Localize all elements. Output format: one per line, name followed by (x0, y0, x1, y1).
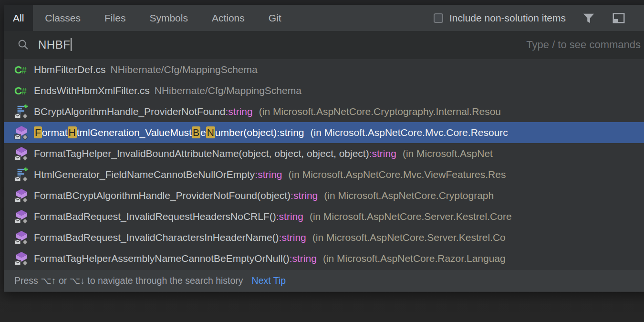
resource-method-icon (14, 230, 29, 245)
resource-method-icon (14, 251, 29, 266)
tab-all[interactable]: All (4, 5, 33, 31)
result-row[interactable]: FormatTagHelperAssemblyNameCannotBeEmpty… (4, 248, 644, 269)
tab-git[interactable]: Git (257, 5, 293, 31)
search-everywhere-popup: AllClassesFilesSymbolsActionsGit Include… (4, 5, 644, 292)
result-text: FormatBCryptAlgorithmHandle_ProviderNotF… (34, 190, 494, 201)
results-list: HbmFilterDef.csNHibernate/Cfg/MappingSch… (4, 59, 644, 269)
text-caret (71, 38, 72, 51)
resource-method-icon (14, 125, 29, 140)
filter-icon[interactable] (582, 11, 596, 25)
include-non-solution-label: Include non-solution items (449, 12, 566, 24)
open-in-window-icon[interactable] (612, 11, 626, 25)
resource-method-icon (14, 146, 29, 161)
result-text: FormatHtmlGeneration_ValueMustBeNumber(o… (34, 127, 508, 138)
result-text: FormatTagHelperAssemblyNameCannotBeEmpty… (34, 253, 506, 264)
command-hint: Type / to see commands (526, 39, 641, 51)
next-tip-link[interactable]: Next Tip (252, 275, 286, 286)
result-row[interactable]: FormatTagHelper_InvalidBoundAttributeNam… (4, 143, 644, 164)
include-non-solution-checkbox[interactable] (434, 13, 443, 23)
result-row[interactable]: BCryptAlgorithmHandle_ProviderNotFound:s… (4, 101, 644, 122)
result-row[interactable]: FormatBadRequest_InvalidRequestHeadersNo… (4, 206, 644, 227)
result-row[interactable]: HtmlGenerator_FieldNameCannotBeNullOrEmp… (4, 164, 644, 185)
result-row[interactable]: FormatBCryptAlgorithmHandle_ProviderNotF… (4, 185, 644, 206)
tab-files[interactable]: Files (93, 5, 137, 31)
search-input[interactable]: NHBF (38, 38, 72, 52)
footer-bar: Press ⌥↑ or ⌥↓ to navigate through the s… (4, 269, 644, 291)
resource-property-icon (14, 104, 29, 119)
result-row[interactable]: HbmFilterDef.csNHibernate/Cfg/MappingSch… (4, 59, 644, 80)
csharp-file-icon (14, 83, 29, 98)
result-text: EndsWithHbmXmlFilter.csNHibernate/Cfg/Ma… (34, 85, 301, 96)
search-field[interactable]: NHBF Type / to see commands (4, 31, 644, 59)
search-query-text: NHBF (38, 38, 70, 51)
result-text: FormatTagHelper_InvalidBoundAttributeNam… (34, 148, 493, 159)
result-text: FormatBadRequest_InvalidCharactersInHead… (34, 232, 506, 243)
resource-property-icon (14, 167, 29, 182)
result-row[interactable]: FormatHtmlGeneration_ValueMustBeNumber(o… (4, 122, 644, 143)
resource-method-icon (14, 188, 29, 203)
scope-tab-bar: AllClassesFilesSymbolsActionsGit Include… (4, 5, 644, 31)
result-row[interactable]: FormatBadRequest_InvalidCharactersInHead… (4, 227, 644, 248)
resource-method-icon (14, 209, 29, 224)
result-text: HtmlGenerator_FieldNameCannotBeNullOrEmp… (34, 169, 506, 180)
footer-hint-text: Press ⌥↑ or ⌥↓ to navigate through the s… (14, 275, 243, 286)
result-text: HbmFilterDef.csNHibernate/Cfg/MappingSch… (34, 64, 258, 75)
result-text: FormatBadRequest_InvalidRequestHeadersNo… (34, 211, 512, 222)
result-text: BCryptAlgorithmHandle_ProviderNotFound:s… (34, 106, 501, 117)
result-row[interactable]: EndsWithHbmXmlFilter.csNHibernate/Cfg/Ma… (4, 80, 644, 101)
bar-controls: Include non-solution items (434, 5, 644, 31)
tab-symbols[interactable]: Symbols (137, 5, 200, 31)
search-icon (17, 39, 30, 51)
csharp-file-icon (14, 62, 29, 77)
tab-actions[interactable]: Actions (200, 5, 257, 31)
tab-classes[interactable]: Classes (33, 5, 93, 31)
